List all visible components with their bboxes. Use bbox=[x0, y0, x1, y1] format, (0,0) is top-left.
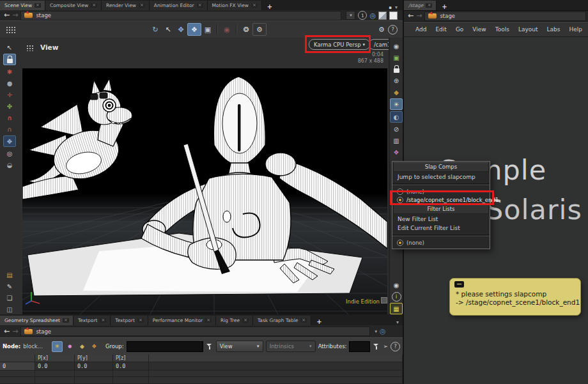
trash-icon[interactable] bbox=[4, 304, 15, 314]
grid-snap-icon[interactable] bbox=[390, 303, 403, 314]
menu-item-edit-current-filter-list[interactable]: Edit Current Filter List bbox=[392, 224, 490, 233]
menu-add[interactable]: Add bbox=[415, 26, 426, 33]
menu-layout[interactable]: Layout bbox=[518, 26, 538, 33]
view-tool-icon[interactable] bbox=[3, 135, 16, 147]
menu-tools[interactable]: Tools bbox=[495, 26, 509, 33]
shelf-drawer-icon[interactable] bbox=[4, 270, 15, 280]
vertices-mode-icon[interactable]: ● bbox=[65, 342, 75, 351]
tab-textport-1[interactable]: Textport× bbox=[74, 316, 111, 325]
network-path-field[interactable]: stage bbox=[424, 12, 586, 21]
close-tab-icon[interactable]: × bbox=[426, 3, 432, 8]
white-square-display-icon[interactable] bbox=[389, 12, 398, 20]
renderer-selector[interactable]: Karma CPU Persp ▾ bbox=[309, 39, 370, 50]
bottom-path-field[interactable]: stage bbox=[20, 326, 370, 336]
annotate-icon[interactable] bbox=[4, 281, 15, 291]
column-header[interactable] bbox=[0, 355, 35, 362]
tab-rig-tree[interactable]: Rig Tree× bbox=[216, 316, 253, 325]
tab-render-view[interactable]: Render View× bbox=[102, 1, 150, 10]
material-display-icon[interactable] bbox=[391, 87, 402, 97]
render-flag-icon[interactable] bbox=[391, 52, 402, 63]
camera-icon[interactable] bbox=[391, 280, 402, 290]
close-tab-icon[interactable]: × bbox=[251, 3, 258, 8]
menu-item-new-filter-list[interactable]: New Filter List bbox=[392, 215, 490, 224]
geometry-spreadsheet-table[interactable]: P[x] P[y] P[z] 0 0.0 0.0 0.0 bbox=[0, 355, 403, 384]
snap-options-icon[interactable] bbox=[4, 124, 15, 134]
display-options-gear-icon[interactable] bbox=[375, 24, 388, 35]
detail-mode-icon[interactable]: ❖ bbox=[89, 342, 99, 351]
tab-composite-view[interactable]: Composite View× bbox=[45, 1, 102, 10]
tab-scene-view[interactable]: Scene View× bbox=[0, 1, 45, 10]
pane-maximize-icon[interactable]: ▪ bbox=[387, 5, 394, 10]
pane-menu-icon[interactable]: ▾ bbox=[392, 319, 403, 325]
new-tab-button[interactable]: + bbox=[311, 318, 327, 325]
view-pane-icon[interactable] bbox=[26, 44, 34, 51]
follow-target-icon[interactable]: ◎ bbox=[369, 12, 376, 20]
render-settings-icon[interactable] bbox=[252, 23, 267, 36]
scale-tool-icon[interactable] bbox=[4, 101, 15, 111]
select-view-icon[interactable] bbox=[162, 24, 174, 35]
lighting-icon[interactable] bbox=[390, 98, 403, 110]
close-tab-icon[interactable]: × bbox=[137, 318, 144, 323]
cell-py[interactable]: 0.0 bbox=[75, 362, 113, 371]
close-tab-icon[interactable]: × bbox=[100, 318, 106, 323]
pin-view-icon[interactable] bbox=[391, 75, 402, 86]
menu-radio-none-1[interactable]: (none) bbox=[392, 187, 490, 196]
cell-px[interactable]: 0.0 bbox=[35, 362, 75, 371]
lasso-select-icon[interactable] bbox=[4, 160, 15, 170]
menu-radio-target[interactable]: /stage/copnet_scene1/block_end1 bbox=[392, 196, 490, 204]
group-input[interactable] bbox=[127, 341, 203, 352]
snapshot-icon[interactable] bbox=[187, 23, 201, 36]
close-tab-icon[interactable]: × bbox=[139, 3, 145, 8]
menu-go[interactable]: Go bbox=[456, 26, 463, 33]
tab-stage[interactable]: /stage × bbox=[404, 1, 437, 10]
menu-help[interactable]: Help bbox=[569, 26, 582, 33]
camera-mask-icon[interactable] bbox=[390, 111, 403, 123]
column-header-px[interactable]: P[x] bbox=[35, 355, 75, 362]
primitives-mode-icon[interactable]: ◆ bbox=[77, 342, 87, 351]
stamp-icon[interactable] bbox=[4, 293, 15, 303]
info-icon[interactable]: i bbox=[391, 291, 402, 302]
forward-icon[interactable]: → bbox=[12, 328, 18, 335]
background-image-icon[interactable] bbox=[391, 147, 402, 157]
menu-radio-none-2[interactable]: (none) bbox=[392, 238, 490, 247]
close-tab-icon[interactable]: × bbox=[242, 318, 249, 323]
collapse-note-icon[interactable]: — bbox=[454, 281, 464, 288]
close-tab-icon[interactable]: × bbox=[91, 3, 97, 8]
close-tab-icon[interactable]: × bbox=[63, 318, 69, 323]
menu-labs[interactable]: Labs bbox=[547, 26, 561, 33]
translate-tool-icon[interactable] bbox=[4, 78, 15, 88]
viewport-canvas[interactable]: View bbox=[19, 38, 389, 314]
select-tool-icon[interactable] bbox=[4, 42, 15, 52]
pane-menu-icon[interactable]: ▾ bbox=[394, 4, 403, 10]
close-tab-icon[interactable]: × bbox=[197, 3, 203, 8]
tab-geometry-spreadsheet[interactable]: Geometry Spreadsheet× bbox=[0, 316, 74, 325]
cube-display-icon[interactable] bbox=[378, 12, 387, 20]
tab-motion-fx-view[interactable]: Motion FX View× bbox=[208, 1, 262, 10]
new-tab-button[interactable]: + bbox=[262, 3, 277, 10]
menu-view[interactable]: View bbox=[472, 26, 486, 33]
points-mode-icon[interactable]: ✳ bbox=[52, 341, 63, 352]
path-dropdown-icon[interactable]: ▾ bbox=[346, 11, 355, 20]
row-id-cell[interactable]: 0 bbox=[0, 362, 35, 371]
link-icon[interactable]: ◎ bbox=[380, 327, 386, 335]
display-eye-icon[interactable] bbox=[391, 41, 402, 51]
pick-icon[interactable]: ➢ bbox=[383, 343, 388, 349]
rotate-tool-icon[interactable] bbox=[4, 89, 15, 100]
select-objects-icon[interactable] bbox=[4, 66, 15, 77]
tab-animation-editor[interactable]: Animation Editor× bbox=[150, 1, 208, 10]
forward-icon[interactable]: → bbox=[12, 12, 18, 19]
close-tab-icon[interactable]: × bbox=[35, 3, 41, 8]
close-tab-icon[interactable]: × bbox=[300, 318, 307, 323]
tab-task-graph-table[interactable]: Task Graph Table× bbox=[253, 316, 311, 325]
view-dropdown[interactable]: View ▾ bbox=[216, 341, 263, 352]
group-filter-icon[interactable] bbox=[206, 342, 213, 350]
intrinsics-dropdown[interactable]: Intrinsics ▾ bbox=[266, 341, 316, 352]
render-icon[interactable] bbox=[240, 24, 252, 35]
split-panes-icon[interactable] bbox=[391, 135, 402, 146]
node-value[interactable]: block... bbox=[23, 343, 43, 349]
cell-pz[interactable]: 0.0 bbox=[113, 362, 149, 371]
menu-item-jump[interactable]: Jump to selected slapcomp bbox=[392, 173, 490, 181]
back-icon[interactable]: ← bbox=[4, 328, 10, 335]
attributes-input[interactable] bbox=[349, 341, 370, 352]
secure-selection-lock-icon[interactable] bbox=[3, 54, 16, 65]
